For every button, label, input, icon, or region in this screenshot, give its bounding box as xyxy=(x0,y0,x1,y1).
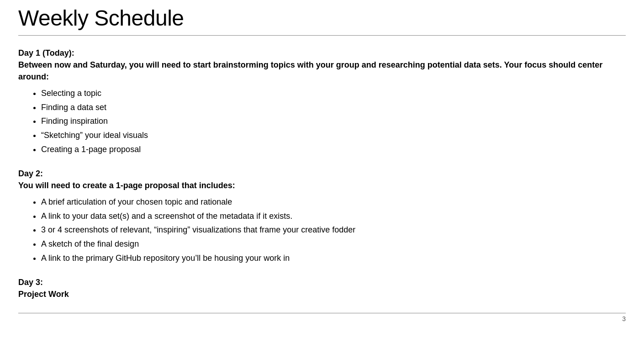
day2-intro: You will need to create a 1-page proposa… xyxy=(18,180,626,191)
day2-label: Day 2: xyxy=(18,169,626,179)
list-item: Finding a data set xyxy=(41,100,626,115)
day1-section: Day 1 (Today): Between now and Saturday,… xyxy=(18,48,626,156)
day2-bullet-list: A brief articulation of your chosen topi… xyxy=(18,195,626,265)
day2-section: Day 2: You will need to create a 1-page … xyxy=(18,169,626,265)
list-item: A brief articulation of your chosen topi… xyxy=(41,195,626,209)
list-item: 3 or 4 screenshots of relevant, “inspiri… xyxy=(41,223,626,237)
list-item: Creating a 1-page proposal xyxy=(41,143,626,157)
day3-label: Day 3: xyxy=(18,278,626,287)
list-item: Finding inspiration xyxy=(41,114,626,128)
page-number: 3 xyxy=(18,313,626,322)
list-item: A link to your data set(s) and a screens… xyxy=(41,209,626,223)
page-title: Weekly Schedule xyxy=(18,0,626,35)
list-item: Selecting a topic xyxy=(41,86,626,100)
day1-intro: Between now and Saturday, you will need … xyxy=(18,59,626,83)
title-divider xyxy=(18,35,626,36)
list-item: “Sketching” your ideal visuals xyxy=(41,128,626,143)
day1-bullet-list: Selecting a topic Finding a data set Fin… xyxy=(18,86,626,156)
day1-label: Day 1 (Today): xyxy=(18,48,626,58)
day3-intro: Project Work xyxy=(18,288,626,300)
list-item: A sketch of the final design xyxy=(41,237,626,251)
list-item: A link to the primary GitHub repository … xyxy=(41,251,626,265)
day3-section: Day 3: Project Work xyxy=(18,278,626,300)
